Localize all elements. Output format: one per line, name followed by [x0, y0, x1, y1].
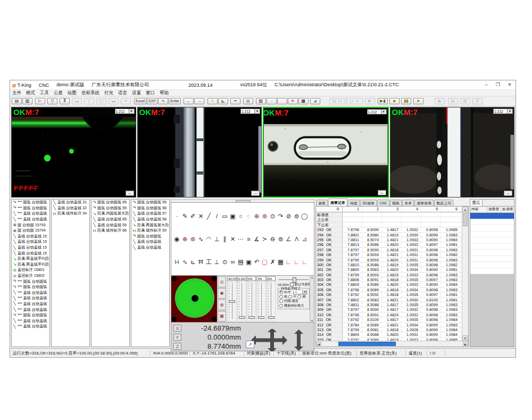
table-cell[interactable]	[402, 212, 421, 217]
camera2-zoom-select[interactable]: 1-212 ▼	[240, 109, 260, 114]
camera4-resize-button[interactable]: ⇔	[504, 191, 512, 196]
table-cell[interactable]: 8.5090	[362, 227, 382, 232]
slider-track[interactable]	[247, 281, 256, 322]
camera1-resize-button[interactable]: ⇔	[126, 191, 134, 196]
menu-item-窗口[interactable]: 窗口	[146, 90, 155, 96]
open-file-button[interactable]: ▧	[460, 98, 470, 104]
table-cell[interactable]: 0.8098	[421, 227, 441, 232]
table-cell[interactable]: 7.8792	[343, 317, 362, 322]
table-cell[interactable]: 1.4817	[382, 307, 402, 311]
table-cell[interactable]: 1.0982	[441, 252, 461, 257]
palette-tool-icon[interactable]: ◯	[301, 212, 309, 220]
feature-item[interactable]: ╲*** 直线 自动直线	[12, 217, 49, 223]
table-cell[interactable]: 8.5089	[362, 287, 382, 292]
feature-item[interactable]: ↘距离 两直线平均距	[12, 256, 49, 262]
y-axis-icon[interactable]: Y	[173, 334, 181, 341]
table-cell[interactable]: 8.5081	[362, 327, 382, 332]
column-header[interactable]: 内容	[470, 207, 487, 212]
table-cell[interactable]: 0.8100	[421, 298, 441, 302]
palette-tool-icon[interactable]: ⊥	[213, 235, 221, 243]
table-cell[interactable]	[441, 223, 461, 227]
spline-button[interactable]: ◌	[267, 98, 277, 104]
feature-item[interactable]: ↷*** 圆弧 自动圆弧	[12, 200, 49, 205]
table-cell[interactable]: 0.8098	[421, 258, 441, 262]
tab-CNC[interactable]: CNC	[377, 200, 389, 206]
camera3-resize-button[interactable]: ⇔	[378, 190, 386, 195]
capture-button[interactable]: ▬	[72, 98, 82, 104]
feature-item[interactable]: ╲直线 自动直线 65	[92, 217, 129, 223]
table-row[interactable]: 296OK7.88138.50861.48201.09330.80971.098…	[316, 242, 462, 247]
tab-element[interactable]: 图元	[470, 200, 483, 206]
palette-tool-icon[interactable]: ∿	[197, 235, 205, 243]
light-slider[interactable]: 0.0%	[237, 276, 246, 322]
table-cell[interactable]: 8.5083	[362, 298, 382, 302]
table-cell[interactable]: 0.8098	[421, 262, 441, 267]
feature-item[interactable]: H距离 线性标注 34	[52, 211, 89, 217]
palette-tool-icon[interactable]: ∟	[285, 258, 293, 266]
menu-item-坐标系统[interactable]: 坐标系统	[81, 90, 99, 96]
feature-item[interactable]: ╲*** 直线 自动直线	[12, 301, 49, 307]
light-bulb-button[interactable]: ☀	[207, 98, 218, 104]
jog-arrows[interactable]	[251, 329, 306, 353]
table-cell[interactable]	[441, 212, 461, 217]
table-cell[interactable]: 1.0983	[441, 273, 461, 277]
menu-item-公差[interactable]: 公差	[54, 90, 63, 96]
close-button[interactable]: ✕	[504, 81, 516, 89]
table-cell[interactable]: 1.0935	[402, 317, 421, 322]
table-cell[interactable]: 1.4819	[382, 233, 402, 237]
palette-tool-icon[interactable]: ⊕	[181, 235, 189, 243]
table-row[interactable]: 306OK7.87928.50921.48181.09350.80971.098…	[316, 292, 462, 297]
table-row[interactable]: 314OK7.88048.50881.48201.09310.80991.098…	[316, 332, 462, 337]
table-cell[interactable]: 1.0981	[441, 242, 461, 246]
corner-dot[interactable]	[172, 276, 177, 281]
element-row-selected[interactable]	[470, 213, 514, 219]
table-row-标准值[interactable]: 标准值	[316, 212, 462, 217]
feature-item[interactable]: ╲*** 直线 自动直线	[12, 318, 49, 324]
table-cell[interactable]: 1.0931	[402, 258, 421, 262]
save-as-button[interactable]: ▤	[448, 98, 458, 104]
palette-tool-icon[interactable]: ▭	[221, 212, 229, 220]
table-cell[interactable]: 0.8098	[421, 273, 441, 277]
stage-move-button[interactable]: ⊢	[35, 98, 45, 104]
next-button[interactable]: →	[194, 98, 204, 104]
horizontal-scrollbar[interactable]: ◀ ▶	[316, 341, 468, 347]
table-cell[interactable]: 1.4820	[382, 267, 402, 271]
table-row[interactable]: 303OK7.88068.50911.48181.09350.80971.098…	[316, 277, 462, 282]
table-cell[interactable]: 1.0932	[402, 312, 421, 317]
table-row-下公差[interactable]: 下公差	[316, 223, 462, 227]
table-cell[interactable]: 7.8801	[343, 233, 362, 237]
palette-tool-icon[interactable]: ≡	[245, 235, 253, 243]
table-cell[interactable]: 7.8797	[343, 307, 362, 311]
table-cell[interactable]: 1.0930	[402, 298, 421, 302]
table-cell[interactable]: 7.8792	[343, 292, 362, 297]
table-cell[interactable]: 7.8813	[343, 242, 362, 246]
palette-tool-icon[interactable]: ▣	[245, 258, 253, 266]
chevron-down-icon[interactable]: ▼	[302, 290, 306, 294]
palette-tool-icon[interactable]: ∡	[253, 235, 261, 243]
column-header[interactable]: 2	[362, 207, 382, 212]
menu-item-绘图[interactable]: 绘图	[68, 90, 77, 96]
feature-item[interactable]: ╲*** 直线 自动直线	[12, 211, 49, 217]
table-cell[interactable]: 7.8802	[343, 298, 362, 302]
palette-tool-icon[interactable]: 工	[205, 258, 213, 266]
options-scrollbar[interactable]: ▲▼	[310, 276, 314, 322]
feature-item[interactable]: ↷*** 圆弧 自动圆弧	[12, 205, 49, 211]
table-cell[interactable]: 7.8799	[343, 273, 362, 277]
menu-item-帮助[interactable]: 帮助	[160, 90, 169, 96]
ring-segment-button[interactable]: ◉	[218, 288, 226, 299]
ring-segment-button[interactable]: ◎	[218, 276, 226, 287]
open-button[interactable]: ▧	[22, 98, 32, 104]
table-cell[interactable]: 0.8099	[421, 327, 441, 332]
table-cell[interactable]: 8.5090	[362, 307, 382, 311]
scroll-left-icon[interactable]: ◀	[316, 342, 321, 346]
palette-tool-icon[interactable]: ·	[173, 212, 181, 220]
medium-radio[interactable]	[288, 295, 292, 299]
feature-item[interactable]: ↘距离 两圆弧最大距	[131, 222, 169, 228]
palette-tool-icon[interactable]: Ħ	[197, 258, 205, 266]
table-cell[interactable]	[421, 217, 441, 221]
pause-button[interactable]: ▮▮	[401, 98, 411, 104]
slider-thumb[interactable]	[239, 316, 245, 319]
table-cell[interactable]: 0.8097	[421, 277, 441, 282]
feature-item[interactable]: ⊕圆 自动圆 15793	[12, 222, 49, 228]
table-cell[interactable]: 1.0935	[402, 292, 421, 297]
